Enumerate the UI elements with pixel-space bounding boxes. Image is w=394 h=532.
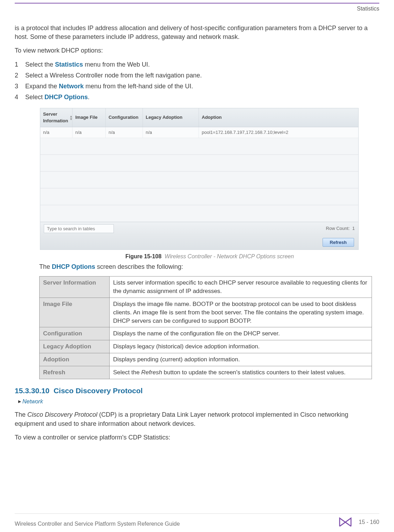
step-num: 3	[15, 82, 20, 91]
breadcrumb: ▶Network	[18, 398, 379, 405]
page-number: 15 - 160	[359, 519, 379, 525]
step-text: Expand the Network menu from the left-ha…	[25, 82, 193, 91]
col-adoption[interactable]: Adoption	[199, 108, 358, 127]
step-text: Select a Wireless Controller node from t…	[25, 71, 202, 80]
table-row: AdoptionDisplays pending (current) adopt…	[40, 353, 372, 366]
col-configuration[interactable]: Configuration	[106, 108, 143, 127]
step-text: Select the Statistics menu from the Web …	[25, 60, 150, 69]
table-row: ConfigurationDisplays the name of the co…	[40, 327, 372, 340]
row-count: Row Count: 1	[326, 225, 355, 232]
empty-rows	[40, 138, 358, 222]
refresh-button[interactable]: Refresh	[323, 238, 354, 247]
step-num: 1	[15, 60, 20, 69]
step-text: Select DHCP Options.	[25, 93, 90, 102]
table-search-input[interactable]	[44, 224, 114, 233]
breadcrumb-link[interactable]: Network	[22, 398, 43, 404]
figure-caption: Figure 15-108 Wireless Controller - Netw…	[40, 253, 379, 260]
table-row: Legacy AdoptionDisplays legacy (historic…	[40, 340, 372, 353]
section-heading: 15.3.30.10 Cisco Discovery Protocol	[15, 386, 379, 396]
step-num: 4	[15, 93, 20, 102]
col-image-file[interactable]: Image File	[72, 108, 106, 127]
col-server-info[interactable]: Server Information▲▼	[40, 108, 72, 127]
step-num: 2	[15, 71, 20, 80]
cdp-paragraph: The Cisco Discovery Protocol (CDP) is a …	[15, 410, 379, 428]
desc-lead: The DHCP Options screen describes the fo…	[39, 262, 379, 271]
footer-title: Wireless Controller and Service Platform…	[15, 521, 180, 527]
description-table: Server InformationLists server informati…	[39, 276, 372, 379]
steps-list: 1Select the Statistics menu from the Web…	[15, 60, 379, 102]
table-row: RefreshSelect the Refresh button to upda…	[40, 366, 372, 379]
cdp-lead: To view a controller or service platform…	[15, 433, 379, 442]
header-section: Statistics	[15, 6, 379, 12]
col-legacy-adoption[interactable]: Legacy Adoption	[143, 108, 199, 127]
logo-icon	[339, 517, 352, 527]
table-row[interactable]: n/a n/a n/a n/a pool1=172.168.7.197,172.…	[40, 127, 358, 138]
triangle-icon: ▶	[18, 399, 21, 404]
intro-paragraph: is a protocol that includes IP address a…	[15, 24, 379, 41]
dhcp-options-screenshot: Server Information▲▼ Image File Configur…	[40, 108, 359, 250]
table-row: Server InformationLists server informati…	[40, 277, 372, 298]
lead-paragraph: To view network DHCP options:	[15, 46, 379, 55]
table-row: Image FileDisplays the image file name. …	[40, 298, 372, 327]
